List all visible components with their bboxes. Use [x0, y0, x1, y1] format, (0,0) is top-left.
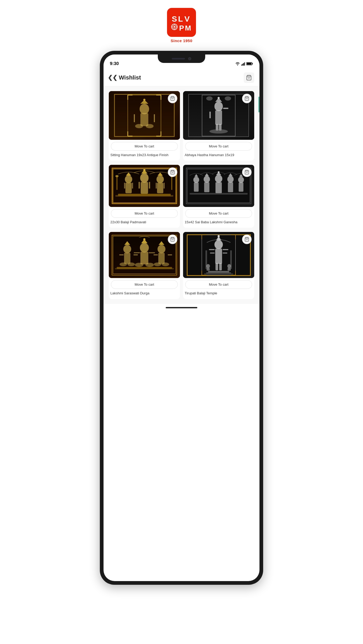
- balaji-svg: [113, 169, 176, 203]
- add-to-cart-icon-5: [170, 237, 175, 242]
- add-to-cart-1[interactable]: [168, 94, 177, 103]
- svg-point-77: [123, 245, 131, 253]
- svg-point-116: [227, 264, 231, 268]
- phone-frame: 9:30: [100, 51, 263, 585]
- svg-rect-64: [194, 182, 199, 192]
- product-image-5: [109, 232, 180, 278]
- logo-area: S L V P M Since 1950: [167, 8, 196, 43]
- svg-point-79: [120, 262, 127, 266]
- product-image-3: [109, 165, 180, 207]
- svg-point-37: [218, 97, 220, 99]
- svg-rect-104: [223, 249, 228, 250]
- svg-point-65: [204, 176, 210, 183]
- svg-rect-108: [219, 263, 222, 270]
- svg-point-114: [206, 264, 210, 268]
- svg-rect-54: [164, 183, 165, 189]
- svg-rect-97: [115, 268, 174, 269]
- svg-point-39: [225, 96, 231, 101]
- svg-point-21: [140, 104, 149, 114]
- notch-speaker: [172, 58, 185, 60]
- svg-point-63: [193, 177, 199, 183]
- cart-button[interactable]: [244, 72, 254, 83]
- goddess-svg: [113, 236, 176, 274]
- product-item-4: Move To cart 15x42 Sai Baba Lakshmi Gane…: [183, 165, 254, 228]
- logo-svg: S L V P M: [170, 11, 193, 34]
- signal-icon: [241, 62, 245, 66]
- product-image-4: [183, 165, 254, 207]
- svg-rect-74: [190, 193, 248, 195]
- svg-point-25: [143, 99, 145, 101]
- add-to-cart-2[interactable]: [242, 94, 252, 103]
- product-image-2: [183, 91, 254, 140]
- scroll-indicator: [258, 97, 259, 112]
- hanuman-art-svg: [127, 95, 161, 137]
- move-to-cart-5[interactable]: Move To cart: [111, 280, 178, 289]
- product-image-1: [109, 91, 180, 140]
- svg-rect-68: [215, 182, 222, 193]
- svg-point-85: [135, 263, 143, 267]
- back-button[interactable]: ❮❮: [108, 74, 117, 81]
- svg-rect-106: [223, 252, 227, 254]
- svg-rect-115: [207, 268, 210, 271]
- product-name-2: Abhaya Hastha Hanuman 15x19: [183, 152, 254, 158]
- svg-point-70: [227, 176, 234, 183]
- svg-rect-12: [241, 65, 242, 66]
- svg-rect-101: [215, 249, 222, 264]
- page-title: Wishlist: [119, 74, 141, 81]
- logo-box: S L V P M: [167, 8, 196, 37]
- svg-rect-47: [141, 182, 148, 194]
- svg-rect-43: [125, 183, 132, 193]
- svg-rect-48: [139, 182, 140, 189]
- svg-point-46: [140, 173, 149, 183]
- svg-point-93: [162, 262, 169, 266]
- svg-point-92: [154, 262, 161, 266]
- svg-rect-73: [239, 182, 243, 192]
- product-name-4: 15x42 Sai Baba Lakshmi Ganesha: [183, 219, 254, 226]
- move-to-cart-4[interactable]: Move To cart: [185, 209, 252, 218]
- svg-rect-26: [134, 114, 135, 122]
- add-to-cart-4[interactable]: [242, 167, 252, 177]
- status-time: 9:30: [110, 61, 119, 66]
- svg-rect-84: [140, 252, 148, 264]
- status-bar: 9:30: [104, 55, 259, 70]
- app-header: ❮❮ Wishlist: [104, 70, 259, 86]
- svg-rect-49: [149, 182, 150, 189]
- svg-text:L: L: [178, 14, 183, 23]
- wifi-icon: [235, 62, 240, 66]
- add-to-cart-3[interactable]: [168, 167, 177, 177]
- sai-svg: [187, 169, 250, 203]
- svg-rect-94: [154, 254, 158, 255]
- status-icons: [235, 62, 253, 66]
- move-to-cart-3[interactable]: Move To cart: [111, 209, 178, 218]
- svg-point-38: [206, 96, 213, 101]
- svg-rect-32: [223, 108, 228, 109]
- add-to-cart-icon-4: [244, 170, 249, 175]
- svg-rect-22: [140, 113, 148, 126]
- svg-rect-27: [154, 114, 155, 122]
- svg-point-5: [174, 26, 175, 28]
- svg-point-83: [140, 243, 149, 252]
- since-label: Since 1950: [171, 38, 193, 43]
- svg-rect-82: [134, 254, 138, 255]
- product-item-1: Move To cart Sitting Hanuman 19x23 Antiq…: [109, 91, 180, 161]
- add-to-cart-icon-6: [244, 237, 249, 242]
- svg-rect-53: [156, 183, 157, 189]
- move-to-cart-6[interactable]: Move To cart: [185, 280, 252, 289]
- product-grid: Move To cart Sitting Hanuman 19x23 Antiq…: [104, 86, 259, 304]
- add-to-cart-icon-2: [244, 96, 249, 101]
- svg-point-30: [214, 102, 223, 111]
- svg-point-24: [146, 124, 154, 128]
- svg-rect-89: [149, 252, 155, 253]
- move-to-cart-2[interactable]: Move To cart: [185, 142, 252, 151]
- product-name-6: Tirupati Balaji Temple: [183, 290, 254, 297]
- product-name-3: 22x30 Balaji Padmavati: [109, 219, 180, 226]
- move-to-cart-1[interactable]: Move To cart: [111, 142, 178, 151]
- svg-point-72: [238, 177, 244, 183]
- svg-rect-95: [168, 254, 172, 255]
- svg-point-80: [127, 262, 135, 266]
- svg-rect-59: [171, 177, 172, 190]
- svg-point-100: [214, 240, 223, 249]
- home-bar: [166, 307, 197, 308]
- cart-icon: [246, 75, 252, 81]
- svg-point-23: [135, 124, 143, 128]
